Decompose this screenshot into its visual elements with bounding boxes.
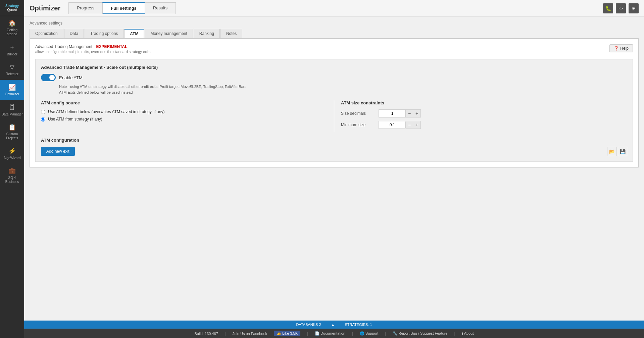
optimizer-icon: 📈 [8, 84, 16, 91]
atm-description: ❓ Help Advanced Trading Management EXPER… [35, 44, 633, 54]
sidebar-label: Getting started [1, 28, 23, 36]
radio-option1-row: Use ATM defined below (overwrites ATM sa… [41, 109, 327, 114]
help-label: Help [620, 46, 629, 51]
tab-ranking[interactable]: Ranking [194, 29, 220, 38]
sidebar-item-custom-projects[interactable]: 📋 Custom Projects [0, 120, 24, 144]
size-decimals-decrement[interactable]: − [406, 110, 413, 117]
enable-atm-label: Enable ATM [59, 75, 83, 80]
sidebar-item-getting-started[interactable]: 🏠 Getting started [0, 16, 24, 40]
minimum-size-label: Minimum size [341, 123, 375, 127]
sq4-business-icon: 💼 [8, 167, 16, 175]
topbar-actions: 🐛 <> ⊞ [603, 3, 639, 13]
advanced-settings-label: Advanced settings [30, 21, 639, 26]
sidebar-item-retester[interactable]: ▽ Retester [0, 60, 24, 80]
build-label: Build: 130.467 [195, 332, 218, 336]
strategies-label: STRATEGIES: 1 [345, 323, 372, 327]
minimum-size-row: Minimum size − + [341, 121, 627, 129]
atm-section: Advanced Trade Management - Scale out (m… [35, 59, 633, 162]
radio-option1[interactable] [41, 110, 45, 114]
page-title: Optimizer [30, 4, 60, 12]
radio-option1-label: Use ATM defined below (overwrites ATM sa… [48, 109, 164, 114]
enable-atm-toggle[interactable] [41, 74, 56, 81]
sidebar-label: Builder [7, 52, 17, 56]
atm-config-source: ATM config source Use ATM defined below … [41, 100, 334, 132]
support-link[interactable]: 🌐 Support [360, 331, 379, 336]
save-config-button[interactable]: 💾 [618, 147, 627, 156]
atm-configuration: ATM configuration Add new exit 📂 💾 [41, 138, 627, 156]
atm-note: Note - using ATM on strategy will disabl… [59, 84, 627, 95]
atm-badge: EXPERIMENTAL [96, 44, 127, 49]
size-decimals-increment[interactable]: + [413, 110, 420, 117]
add-new-exit-button[interactable]: Add new exit [41, 147, 75, 156]
report-bug-link[interactable]: 🔧 Report Bug / Suggest Feature [393, 331, 447, 336]
config-action-icons: 📂 💾 [607, 147, 627, 156]
save-icon: 💾 [620, 149, 626, 154]
size-decimals-row: Size decimals − + [341, 109, 627, 117]
tab-full-settings[interactable]: Full settings [102, 2, 145, 14]
help-icon: ❓ [614, 46, 619, 51]
size-decimals-input[interactable] [379, 110, 406, 117]
minimum-size-decrement[interactable]: − [406, 121, 413, 129]
atm-config-title: ATM configuration [41, 138, 627, 143]
load-config-button[interactable]: 📂 [607, 147, 616, 156]
tab-atm[interactable]: ATM [124, 29, 144, 38]
grid-icon-button[interactable]: ⊞ [629, 3, 639, 13]
sidebar-item-data-manager[interactable]: 🗄 Data Manager [0, 100, 24, 120]
footer-divider4: | [385, 332, 386, 336]
sidebar-label: AlgoWizard [3, 156, 20, 160]
sidebar-label: Data Manager [1, 112, 22, 116]
radio-option2-row: Use ATM from strategy (if any) [41, 117, 327, 122]
main-area: Optimizer Progress Full settings Results… [24, 0, 644, 338]
footer-divider2: | [307, 332, 308, 336]
custom-projects-icon: 📋 [8, 124, 16, 131]
content-area: Advanced settings Optimization Data Trad… [24, 17, 644, 321]
atm-description-sub: allows configurable multiple exits, over… [35, 50, 633, 54]
atm-section-title: Advanced Trade Management - Scale out (m… [41, 65, 627, 70]
minimum-size-input[interactable] [379, 122, 406, 128]
atm-panel: ❓ Help Advanced Trading Management EXPER… [30, 39, 639, 167]
tab-progress[interactable]: Progress [68, 2, 103, 14]
sidebar-item-sq4-business[interactable]: 💼 SQ 4 Business [0, 164, 24, 187]
tab-data[interactable]: Data [64, 29, 84, 38]
tab-optimization[interactable]: Optimization [30, 29, 63, 38]
footer-divider5: | [454, 332, 455, 336]
minimum-size-increment[interactable]: + [413, 121, 420, 129]
topbar-tabs: Progress Full settings Results [68, 2, 176, 14]
sidebar: Strategy Quant 🏠 Getting started ＋ Build… [0, 0, 24, 338]
size-decimals-stepper: − + [379, 109, 421, 117]
app-logo: Strategy Quant [0, 0, 24, 16]
footer-area: DATABANKS 2 ▲ STRATEGIES: 1 Build: 130.4… [24, 321, 644, 338]
databanks-label: DATABANKS 2 [296, 323, 321, 327]
databanks-toggle[interactable]: ▲ [331, 323, 335, 327]
sidebar-item-builder[interactable]: ＋ Builder [0, 40, 24, 60]
tab-money-management[interactable]: Money management [145, 29, 193, 38]
atm-note-line2: ATM Exits defined below will be used ins… [59, 90, 133, 94]
bug-icon-button[interactable]: 🐛 [603, 3, 613, 13]
code-icon-button[interactable]: <> [616, 3, 626, 13]
topbar: Optimizer Progress Full settings Results… [24, 0, 644, 17]
minimum-size-stepper: − + [379, 121, 421, 129]
tab-results[interactable]: Results [145, 2, 176, 14]
join-facebook-link[interactable]: Join Us on Facebook [233, 332, 267, 336]
sub-tabs: Optimization Data Trading options ATM Mo… [30, 29, 639, 39]
tab-trading-options[interactable]: Trading options [85, 29, 123, 38]
sidebar-item-algowizard[interactable]: ⚡ AlgoWizard [0, 144, 24, 164]
about-link[interactable]: ℹ About [462, 331, 474, 336]
footer-divider3: | [352, 332, 353, 336]
algowizard-icon: ⚡ [8, 147, 16, 155]
like-button[interactable]: 👍 Like 3.5K [274, 331, 300, 336]
sidebar-label: SQ 4 Business [1, 176, 23, 184]
tab-notes[interactable]: Notes [220, 29, 242, 38]
footer-divider: | [225, 332, 226, 336]
atm-description-title: Advanced Trading Management [35, 44, 92, 49]
retester-icon: ▽ [10, 63, 14, 71]
bottom-footer: Build: 130.467 | Join Us on Facebook 👍 L… [24, 329, 644, 338]
sidebar-item-optimizer[interactable]: 📈 Optimizer [0, 80, 24, 100]
radio-option2[interactable] [41, 117, 45, 122]
help-button[interactable]: ❓ Help [609, 44, 633, 52]
config-source-title: ATM config source [41, 100, 327, 105]
radio-option2-label: Use ATM from strategy (if any) [48, 117, 102, 122]
data-manager-icon: 🗄 [9, 104, 15, 111]
documentation-link[interactable]: 📄 Documentation [315, 331, 345, 336]
builder-icon: ＋ [9, 43, 15, 51]
